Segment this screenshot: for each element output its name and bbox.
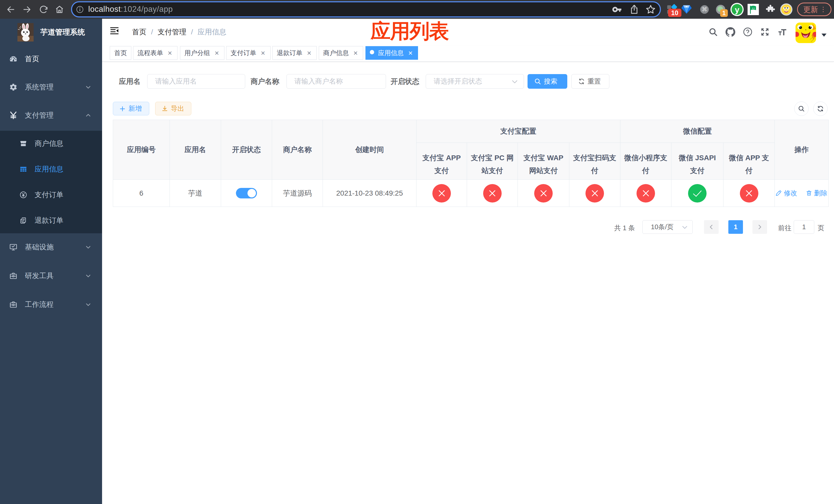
svg-text:⌘: ⌘ <box>702 6 707 13</box>
svg-text:y: y <box>735 5 739 14</box>
